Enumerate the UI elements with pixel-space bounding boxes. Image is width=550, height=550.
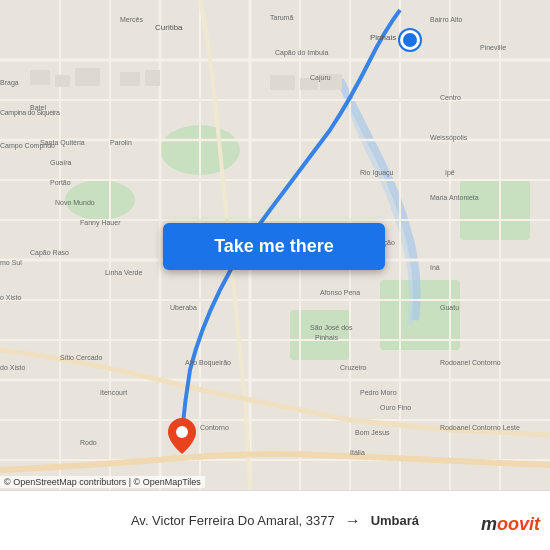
destination-pin — [168, 418, 196, 454]
svg-rect-31 — [145, 70, 160, 86]
svg-text:Ouro Fino: Ouro Fino — [380, 404, 411, 411]
svg-rect-28 — [55, 75, 70, 87]
moovit-logo: moovit — [481, 514, 540, 535]
svg-text:Itencourt: Itencourt — [100, 389, 127, 396]
svg-text:Rio Iguaçu: Rio Iguaçu — [360, 169, 394, 177]
svg-text:Alto Boqueirão: Alto Boqueirão — [185, 359, 231, 367]
svg-text:Uberaba: Uberaba — [170, 304, 197, 311]
svg-text:Fanny Hauer: Fanny Hauer — [80, 219, 121, 227]
svg-text:Weissópolis: Weissópolis — [430, 134, 468, 142]
svg-text:Capão do Imbuia: Capão do Imbuia — [275, 49, 328, 57]
svg-text:Cajuru: Cajuru — [310, 74, 331, 82]
svg-rect-3 — [460, 180, 530, 240]
svg-text:Pinhais: Pinhais — [370, 33, 396, 42]
svg-text:mo Sul: mo Sul — [0, 259, 22, 266]
svg-text:o Xisto: o Xisto — [0, 294, 22, 301]
svg-text:Braga: Braga — [0, 79, 19, 87]
svg-text:Guaíra: Guaíra — [50, 159, 72, 166]
svg-text:Ipê: Ipê — [445, 169, 455, 177]
svg-text:Iná: Iná — [430, 264, 440, 271]
svg-text:Linha Verde: Linha Verde — [105, 269, 142, 276]
svg-text:Novo Mundo: Novo Mundo — [55, 199, 95, 206]
svg-rect-27 — [30, 70, 50, 85]
svg-point-82 — [176, 426, 188, 438]
svg-text:Parolin: Parolin — [110, 139, 132, 146]
svg-text:Tarumã: Tarumã — [270, 14, 293, 21]
svg-text:São José dos: São José dos — [310, 324, 353, 331]
map-area[interactable]: Curitiba Pinhais Batel Guaíra Novo Mundo… — [0, 0, 550, 490]
take-me-there-button[interactable]: Take me there — [163, 223, 385, 270]
svg-text:Mercês: Mercês — [120, 16, 143, 23]
svg-text:Pinhais: Pinhais — [315, 334, 338, 341]
svg-text:Rodoanel Contorno: Rodoanel Contorno — [440, 359, 501, 366]
svg-text:Campo Comprido: Campo Comprido — [0, 142, 55, 150]
svg-text:do Xisto: do Xisto — [0, 364, 25, 371]
origin-label: Av. Victor Ferreira Do Amaral, 3377 — [131, 513, 335, 528]
svg-text:Maria Antonieta: Maria Antonieta — [430, 194, 479, 201]
svg-text:Guatu: Guatu — [440, 304, 459, 311]
moovit-brand-text: moovit — [481, 514, 540, 534]
svg-text:Curitiba: Curitiba — [155, 23, 183, 32]
svg-rect-30 — [120, 72, 140, 86]
svg-rect-32 — [270, 75, 295, 90]
destination-label: Umbará — [371, 513, 419, 528]
svg-text:Afonso Pena: Afonso Pena — [320, 289, 360, 296]
svg-text:Rodo: Rodo — [80, 439, 97, 446]
map-attribution: © OpenStreetMap contributors | © OpenMap… — [0, 476, 205, 488]
route-info: Av. Victor Ferreira Do Amaral, 3377 → Um… — [131, 512, 419, 530]
svg-text:Rodoanel Contorno Leste: Rodoanel Contorno Leste — [440, 424, 520, 431]
svg-text:Itália: Itália — [350, 449, 365, 456]
svg-text:Capão Raso: Capão Raso — [30, 249, 69, 257]
svg-text:Bairro Alto: Bairro Alto — [430, 16, 462, 23]
svg-text:Bom Jesus: Bom Jesus — [355, 429, 390, 436]
svg-text:Pedro Moro: Pedro Moro — [360, 389, 397, 396]
svg-text:Centro: Centro — [440, 94, 461, 101]
svg-text:Cruzeiro: Cruzeiro — [340, 364, 367, 371]
bottom-bar: Av. Victor Ferreira Do Amaral, 3377 → Um… — [0, 490, 550, 550]
svg-text:Contorno: Contorno — [200, 424, 229, 431]
svg-rect-29 — [75, 68, 100, 86]
svg-text:Pineville: Pineville — [480, 44, 506, 51]
svg-text:Sítio Cercado: Sítio Cercado — [60, 354, 103, 361]
svg-text:Portão: Portão — [50, 179, 71, 186]
arrow-icon: → — [345, 512, 361, 530]
origin-pin — [400, 30, 420, 50]
svg-text:Campina do Siqueira: Campina do Siqueira — [0, 109, 60, 117]
